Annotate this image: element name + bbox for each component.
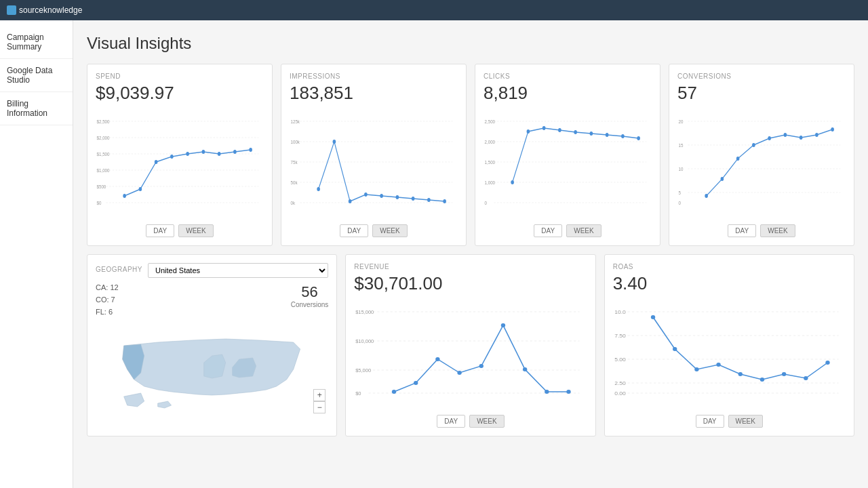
svg-text:0.00: 0.00 — [614, 390, 626, 396]
svg-text:$500: $500 — [97, 184, 106, 190]
svg-text:$2,000: $2,000 — [97, 135, 110, 141]
clicks-period-toggle: DAY WEEK — [484, 224, 652, 237]
sidebar-item-google-data-studio[interactable]: Google Data Studio — [0, 59, 73, 92]
spend-card: SPEND $9,039.97 .gridline{stroke:#e0e0e0… — [87, 64, 273, 246]
svg-text:10: 10 — [679, 166, 684, 172]
roas-card: ROAS 3.40 10.0 7.50 5.00 2.50 0.00 — [604, 254, 854, 436]
conversions-week-btn[interactable]: WEEK — [760, 224, 795, 237]
svg-text:$0: $0 — [355, 390, 361, 396]
svg-text:$5,000: $5,000 — [355, 367, 371, 373]
svg-point-72 — [768, 136, 771, 140]
svg-point-71 — [752, 143, 755, 147]
spend-day-btn[interactable]: DAY — [146, 224, 174, 237]
svg-text:10.0: 10.0 — [614, 308, 626, 315]
svg-point-93 — [567, 390, 571, 394]
conversions-period-toggle: DAY WEEK — [677, 224, 846, 237]
svg-point-55 — [590, 131, 593, 136]
clicks-week-btn[interactable]: WEEK — [566, 224, 601, 237]
conversions-day-btn[interactable]: DAY — [728, 224, 756, 237]
svg-point-31 — [317, 187, 320, 191]
revenue-week-btn[interactable]: WEEK — [469, 415, 504, 428]
svg-point-109 — [760, 378, 764, 382]
logo-icon — [7, 5, 16, 15]
svg-point-57 — [621, 134, 625, 138]
svg-point-14 — [155, 160, 158, 164]
map-zoom-out-btn[interactable]: − — [313, 401, 326, 413]
svg-point-73 — [784, 133, 787, 137]
clicks-day-btn[interactable]: DAY — [534, 224, 562, 237]
svg-point-69 — [721, 177, 724, 181]
svg-text:1,000: 1,000 — [485, 180, 496, 186]
svg-point-74 — [800, 136, 803, 140]
logo: sourceknowledge — [7, 5, 82, 15]
cards-row-2: GEOGRAPHY United States CA: 12 CO: 7 FL:… — [87, 254, 854, 436]
geo-stat-ca: CA: 12 — [96, 283, 119, 291]
geography-select[interactable]: United States — [148, 263, 328, 278]
impressions-chart: 125k 100k 75k 50k 0k — [290, 108, 458, 216]
svg-point-16 — [186, 152, 189, 156]
clicks-value: 8,819 — [484, 83, 652, 104]
svg-point-87 — [435, 357, 439, 361]
geo-conversions-num: 56 — [301, 283, 317, 300]
svg-text:125k: 125k — [291, 119, 300, 125]
svg-text:$2,500: $2,500 — [97, 119, 110, 125]
svg-point-51 — [527, 129, 530, 134]
revenue-period-toggle: DAY WEEK — [354, 415, 587, 428]
svg-text:5.00: 5.00 — [614, 356, 626, 363]
svg-text:2,000: 2,000 — [485, 139, 496, 145]
svg-text:$15,000: $15,000 — [355, 309, 374, 315]
svg-point-52 — [542, 126, 546, 130]
svg-point-19 — [233, 150, 237, 154]
geo-stat-fl: FL: 6 — [96, 308, 119, 316]
svg-point-105 — [673, 347, 677, 351]
roas-day-btn[interactable]: DAY — [696, 415, 724, 428]
svg-text:$1,500: $1,500 — [97, 151, 110, 157]
svg-text:75k: 75k — [291, 159, 298, 165]
impressions-week-btn[interactable]: WEEK — [372, 224, 407, 237]
svg-point-110 — [782, 372, 786, 376]
map-controls: + − — [313, 389, 326, 413]
svg-text:$0: $0 — [97, 200, 102, 206]
svg-point-108 — [738, 372, 742, 376]
impressions-day-btn[interactable]: DAY — [340, 224, 368, 237]
revenue-label: REVENUE — [354, 263, 587, 270]
impressions-card: IMPRESSIONS 183,851 125k 100k 75k 50k 0k — [281, 64, 467, 246]
svg-point-90 — [501, 323, 505, 327]
map-zoom-in-btn[interactable]: + — [313, 389, 326, 401]
conversions-value: 57 — [677, 83, 846, 104]
sidebar-item-billing-information[interactable]: Billing Information — [0, 92, 73, 125]
svg-point-20 — [249, 148, 252, 152]
svg-point-33 — [349, 199, 352, 203]
svg-point-32 — [333, 140, 336, 144]
roas-chart: 10.0 7.50 5.00 2.50 0.00 — [613, 298, 846, 407]
roas-value: 3.40 — [613, 273, 846, 294]
svg-point-89 — [479, 364, 484, 368]
svg-point-70 — [736, 157, 740, 161]
roas-week-btn[interactable]: WEEK — [728, 415, 763, 428]
svg-text:$10,000: $10,000 — [355, 338, 374, 344]
logo-text: sourceknowledge — [19, 5, 82, 15]
conversions-card: CONVERSIONS 57 20 15 10 5 0 — [669, 64, 854, 246]
svg-point-91 — [523, 367, 527, 371]
geography-card: GEOGRAPHY United States CA: 12 CO: 7 FL:… — [87, 254, 337, 436]
svg-text:5: 5 — [679, 190, 681, 196]
svg-point-53 — [558, 128, 561, 132]
page-title: Visual Insights — [87, 34, 854, 53]
roas-period-toggle: DAY WEEK — [613, 415, 846, 428]
revenue-value: $30,701.00 — [354, 273, 587, 294]
impressions-period-toggle: DAY WEEK — [290, 224, 458, 237]
svg-point-86 — [414, 381, 418, 385]
svg-point-106 — [694, 367, 698, 371]
sidebar: Campaign Summary Google Data Studio Bill… — [0, 20, 73, 488]
svg-text:15: 15 — [679, 142, 684, 148]
revenue-chart: $15,000 $10,000 $5,000 $0 — [354, 298, 587, 407]
sidebar-item-campaign-summary[interactable]: Campaign Summary — [0, 26, 73, 59]
topbar: sourceknowledge — [0, 0, 868, 20]
svg-text:2,500: 2,500 — [485, 119, 496, 125]
spend-week-btn[interactable]: WEEK — [178, 224, 213, 237]
revenue-day-btn[interactable]: DAY — [437, 415, 465, 428]
svg-point-107 — [716, 363, 720, 367]
svg-point-35 — [380, 194, 383, 198]
svg-point-50 — [511, 180, 514, 184]
svg-point-34 — [364, 192, 368, 197]
